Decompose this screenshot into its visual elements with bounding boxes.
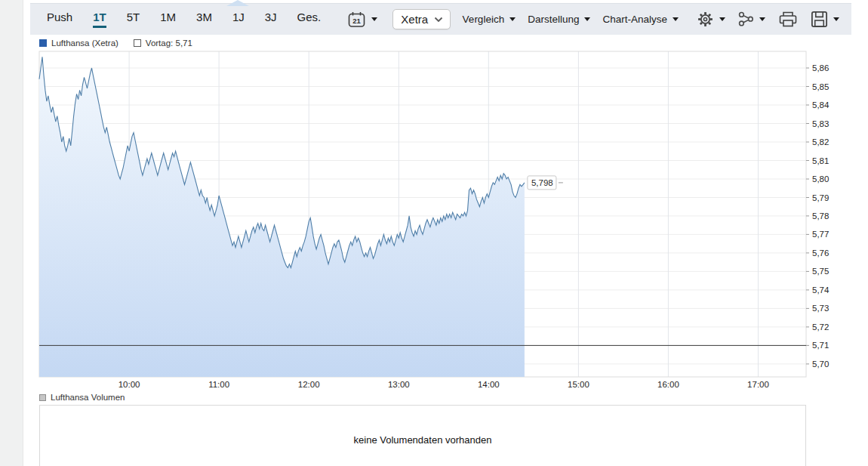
printer-icon [778,11,798,28]
date-picker-button[interactable]: 21 [347,11,377,29]
active-tab-caret [226,0,249,6]
y-axis-label: 5,72 [812,322,829,332]
range-tab-1m[interactable]: 1M [160,11,176,28]
save-button[interactable] [811,11,839,28]
toolbar-icons [697,11,839,28]
x-axis-label: 11:00 [208,380,229,389]
volume-panel: keine Volumendaten vorhanden [39,405,806,466]
push-toggle[interactable]: Push [47,11,72,28]
x-axis-label: 13:00 [388,380,410,389]
volume-empty-message: keine Volumendaten vorhanden [354,434,492,446]
y-axis-label: 5,77 [812,230,829,239]
range-tab-3j[interactable]: 3J [265,11,277,28]
exchange-select[interactable]: Xetra [392,9,450,29]
gear-icon [697,11,714,28]
chevron-down-icon [833,17,839,21]
chevron-down-icon [509,17,516,21]
chevron-down-icon [371,17,377,21]
y-axis-label: 5,81 [812,156,829,165]
menu-darstellung[interactable]: Darstellung [528,14,590,25]
vortag-label: Vortag: 5,71 [146,39,192,48]
y-axis-label: 5,75 [812,267,829,276]
y-axis-label: 5,70 [812,360,829,369]
share-button[interactable] [738,11,765,27]
range-tab-3m[interactable]: 3M [196,11,212,28]
chevron-down-icon [719,17,725,21]
chart-toolbar: Push 1T 5T 1M 3M 1J 3J Ges. 21 Xetra Ver… [30,3,851,35]
range-tab-1t[interactable]: 1T [93,11,106,28]
y-axis-label: 5,71 [812,341,829,350]
legend-series: Lufthansa (Xetra) [39,39,119,48]
price-chart[interactable]: 5,865,855,845,835,825,815,805,795,785,77… [0,0,868,400]
calendar-icon: 21 [347,11,366,29]
toolbar-right-group: Vergleich Darstellung Chart-Analyse [451,11,839,28]
y-axis-label: 5,83 [812,119,829,128]
vortag-swatch [134,39,141,47]
series-label: Lufthansa (Xetra) [51,39,119,48]
svg-text:21: 21 [353,17,362,25]
y-axis-label: 5,85 [812,82,829,91]
y-axis-label: 5,74 [812,285,830,295]
menu-chart-analyse[interactable]: Chart-Analyse [602,14,679,25]
save-icon [811,11,828,28]
y-axis-label: 5,79 [812,193,829,202]
y-axis-label: 5,76 [812,248,829,258]
share-icon [738,11,754,27]
x-axis-label: 10:00 [119,380,140,389]
settings-button[interactable] [697,11,725,28]
y-axis-label: 5,73 [812,304,829,313]
menu-vergleich[interactable]: Vergleich [463,14,516,25]
chart-legend: Lufthansa (Xetra) Vortag: 5,71 [39,39,192,48]
range-tab-ges[interactable]: Ges. [297,11,322,28]
y-axis-label: 5,86 [812,63,829,73]
x-axis-label: 12:00 [298,380,320,389]
x-axis-label: 14:00 [478,380,500,389]
chevron-down-icon [434,17,443,23]
exchange-select-value: Xetra [401,13,428,26]
legend-vortag: Vortag: 5,71 [134,39,192,48]
y-axis-label: 5,78 [812,211,829,221]
x-axis-label: 17:00 [747,380,769,389]
chevron-down-icon [759,17,765,21]
series-swatch [39,39,47,47]
range-tab-1j[interactable]: 1J [232,11,245,28]
print-button[interactable] [778,11,798,28]
chevron-down-icon [673,17,679,21]
y-axis-label: 5,80 [812,174,829,184]
chevron-down-icon [584,17,590,21]
y-axis-label: 5,82 [812,137,829,147]
y-axis-label: 5,84 [812,100,830,110]
range-tab-5t[interactable]: 5T [127,11,140,28]
last-price-label: 5,798 [531,178,553,187]
x-axis-label: 15:00 [568,380,589,389]
x-axis-label: 16:00 [657,380,679,389]
